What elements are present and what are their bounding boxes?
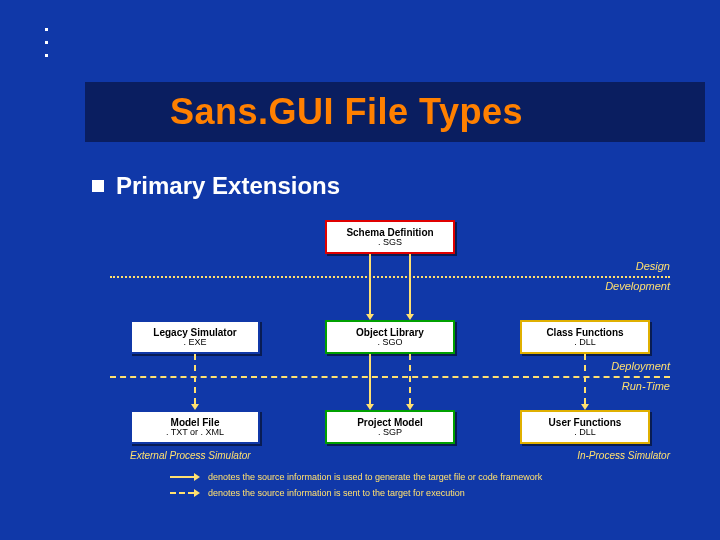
phase-development: Development <box>605 280 670 292</box>
arrow-schema-to-objlib-2 <box>409 254 411 320</box>
title-band: Sans.GUI File Types <box>85 82 705 142</box>
box-ext: . DLL <box>574 428 596 438</box>
box-modelfile: Model File . TXT or . XML <box>130 410 260 444</box>
square-bullet-icon <box>92 180 104 192</box>
arrow-legacy-to-model <box>194 354 196 410</box>
box-userfn: User Functions . DLL <box>520 410 650 444</box>
legend-text: denotes the source information is sent t… <box>208 488 465 498</box>
box-ext: . TXT or . XML <box>166 428 224 438</box>
box-title: Project Model <box>357 417 423 428</box>
label-inproc-sim: In-Process Simulator <box>577 450 670 461</box>
arrow-icon-solid <box>170 473 200 481</box>
box-ext: . DLL <box>574 338 596 348</box>
legend-solid: denotes the source information is used t… <box>170 472 542 482</box>
box-objlib: Object Library . SGO <box>325 320 455 354</box>
legend-dashed: denotes the source information is sent t… <box>170 488 465 498</box>
box-title: Model File <box>171 417 220 428</box>
box-legacy: Legacy Simulator . EXE <box>130 320 260 354</box>
phase-design: Design <box>636 260 670 272</box>
box-schema: Schema Definition . SGS <box>325 220 455 254</box>
arrow-icon-dashed <box>170 489 200 497</box>
box-ext: . SGO <box>377 338 402 348</box>
box-classfn: Class Functions . DLL <box>520 320 650 354</box>
box-ext: . SGS <box>378 238 402 248</box>
arrow-objlib-to-project-1 <box>369 354 371 410</box>
label-external-sim: External Process Simulator <box>130 450 251 461</box>
legend-text: denotes the source information is used t… <box>208 472 542 482</box>
box-title: Object Library <box>356 327 424 338</box>
phase-deployment: Deployment <box>611 360 670 372</box>
box-title: Legacy Simulator <box>153 327 236 338</box>
phase-runtime: Run-Time <box>622 380 670 392</box>
box-project: Project Model . SGP <box>325 410 455 444</box>
box-ext: . SGP <box>378 428 402 438</box>
box-title: Schema Definition <box>346 227 433 238</box>
box-title: User Functions <box>549 417 622 428</box>
arrow-objlib-to-project-2 <box>409 354 411 410</box>
box-ext: . EXE <box>183 338 206 348</box>
subtitle-row: Primary Extensions <box>92 172 340 200</box>
subtitle: Primary Extensions <box>116 172 340 200</box>
box-title: Class Functions <box>546 327 623 338</box>
diagram: Schema Definition . SGS Design Developme… <box>110 210 670 510</box>
page-title: Sans.GUI File Types <box>85 91 523 133</box>
decorative-dots <box>45 28 48 67</box>
divider-design <box>110 276 670 278</box>
arrow-classfn-to-userfn <box>584 354 586 410</box>
arrow-schema-to-objlib <box>369 254 371 320</box>
